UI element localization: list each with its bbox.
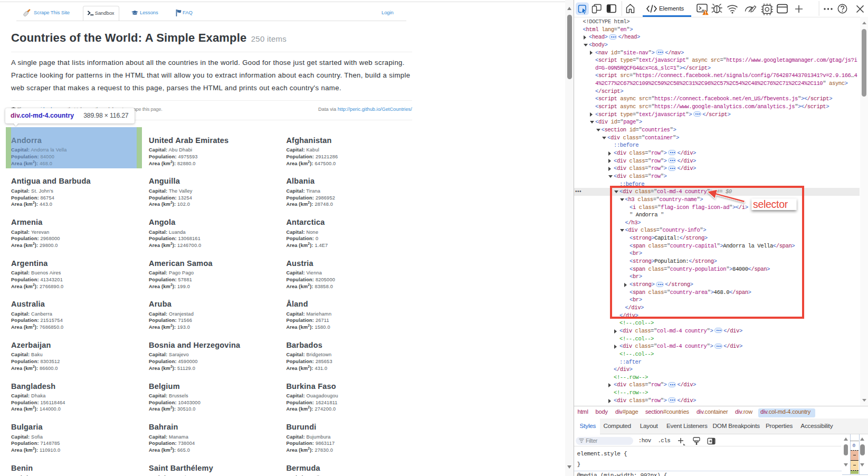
svg-text:selector: selector [753, 198, 788, 210]
